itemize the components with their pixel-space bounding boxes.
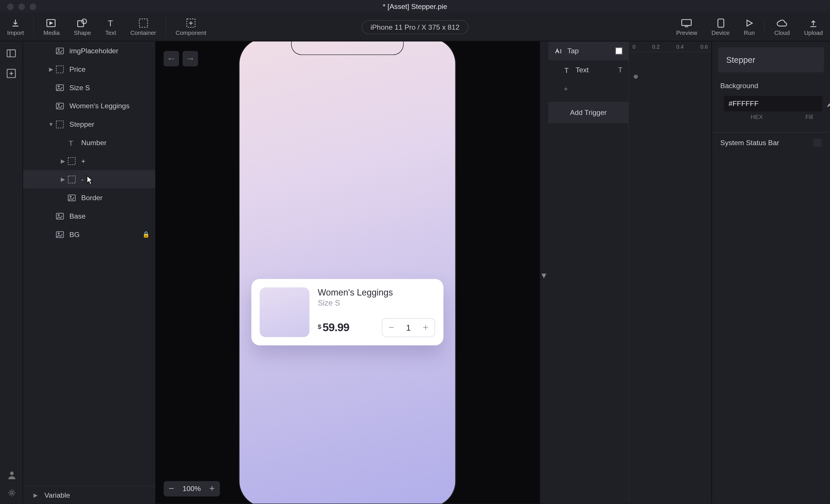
layer-name: - [81,175,84,183]
product-image-placeholder [260,288,310,337]
zoom-window[interactable] [30,3,36,10]
layer-name: Stepper [69,120,94,129]
tap-swatch[interactable] [615,47,622,55]
trigger-tap-row[interactable]: Tap [548,41,629,61]
layer-row[interactable]: ▶- [23,170,155,188]
timeline-ruler[interactable]: 0 0.2 0.4 0.6 [629,41,711,52]
upload-button[interactable]: Upload [797,18,830,36]
window-titlebar: * [Asset] Stepper.pie [0,0,830,13]
eyedropper-button[interactable] [826,100,830,108]
image-icon [55,211,65,221]
text-button[interactable]: T Text [98,13,123,41]
minimize-window[interactable] [19,3,25,10]
zoom-in-button[interactable]: + [206,483,217,494]
inspector-title: Stepper [718,47,824,72]
add-page-button[interactable] [5,67,17,79]
svg-rect-21 [68,157,75,164]
svg-point-28 [58,232,59,234]
layer-name: + [81,157,85,165]
background-label: Background [720,82,822,90]
svg-point-10 [10,471,13,475]
stepper-plus-button[interactable]: + [417,322,435,333]
play-icon [744,18,755,29]
disclosure-icon[interactable]: ▶ [47,66,55,72]
text-icon: T [105,18,116,29]
canvas-area[interactable]: ← → Women's Leggings Size S $ [155,41,540,503]
settings-button[interactable] [6,487,18,499]
component-button[interactable]: Component [168,13,214,41]
close-window[interactable] [7,3,14,10]
container-icon [67,156,76,166]
text-response-icon: T [564,66,571,73]
layer-row[interactable]: Size S [23,78,155,97]
nav-back-button[interactable]: ← [164,51,179,66]
cloud-button[interactable]: Cloud [767,18,797,36]
layer-row[interactable]: ▶+ [23,152,155,170]
svg-point-24 [70,196,71,197]
disclosure-icon[interactable]: ▶ [59,176,67,182]
media-icon [46,18,57,29]
svg-rect-19 [56,121,63,128]
layer-name: imgPlaceholder [69,46,119,55]
image-icon [55,83,65,92]
keyframe[interactable] [634,75,638,79]
disclosure-icon[interactable]: ▶ [59,158,67,164]
layer-row[interactable]: Base [23,207,155,225]
response-text-row[interactable]: T Text T [548,61,629,79]
svg-point-18 [58,104,59,105]
layer-row[interactable]: ▼Stepper [23,115,155,133]
zoom-level: 100% [180,485,203,493]
fill-sublabel: Fill [797,114,822,121]
add-trigger-button[interactable]: Add Trigger [548,102,629,123]
layer-name: Size S [69,83,90,92]
product-card: Women's Leggings Size S $ 59.99 − 1 [251,279,443,345]
shape-button[interactable]: Shape [67,13,98,41]
import-button[interactable]: Import [0,13,31,41]
status-bar-toggle[interactable] [813,138,822,147]
preview-button[interactable]: Preview [669,18,705,36]
svg-point-16 [58,86,59,87]
device-selector[interactable]: iPhone 11 Pro / X 375 x 812 [362,20,468,34]
layer-row[interactable]: TNumber [23,133,155,152]
container-button[interactable]: Container [123,13,163,41]
phone-notch [291,41,404,55]
system-status-bar-row[interactable]: System Status Bar [712,132,830,153]
container-icon [55,64,65,74]
svg-rect-8 [7,50,15,57]
zoom-out-button[interactable]: − [166,483,177,494]
image-icon [67,193,76,202]
product-title: Women's Leggings [318,288,435,298]
cloud-icon [777,18,787,29]
layer-row[interactable]: BG🔒 [23,225,155,244]
disclosure-icon[interactable]: ▼ [47,121,55,127]
nav-forward-button[interactable]: → [183,51,198,66]
text-icon: T [67,138,76,147]
stepper-value: 1 [400,323,417,332]
svg-text:T: T [564,67,569,73]
hex-input[interactable] [724,96,822,111]
quantity-stepper: − 1 + [382,318,435,337]
layer-row[interactable]: Women's Leggings [23,97,155,115]
chevron-right-icon: ▶ [31,492,40,498]
tap-icon [554,47,563,55]
user-button[interactable] [6,469,18,481]
panel-collapse-button[interactable]: ▾ [540,41,548,503]
interactions-panel: ▾ Tap T Text T + [540,41,711,503]
hex-sublabel: HEX [733,114,780,121]
layer-row[interactable]: imgPlaceholder [23,41,155,60]
panels-toggle[interactable] [5,47,17,59]
layer-row[interactable]: Border [23,188,155,207]
add-response-button[interactable]: + [548,79,629,99]
device-button[interactable]: Device [704,18,737,36]
timeline: 0 0.2 0.4 0.6 [628,41,711,503]
media-button[interactable]: Media [36,13,67,41]
run-button[interactable]: Run [737,18,762,36]
phone-icon [715,18,726,29]
stepper-minus-button[interactable]: − [382,322,400,333]
image-icon [55,101,65,110]
layer-row[interactable]: ▶Price [23,60,155,78]
svg-point-2 [82,19,87,24]
variable-bar[interactable]: ▶ Variable [23,486,155,504]
phone-frame: Women's Leggings Size S $ 59.99 − 1 [239,41,456,503]
download-icon [10,18,21,29]
